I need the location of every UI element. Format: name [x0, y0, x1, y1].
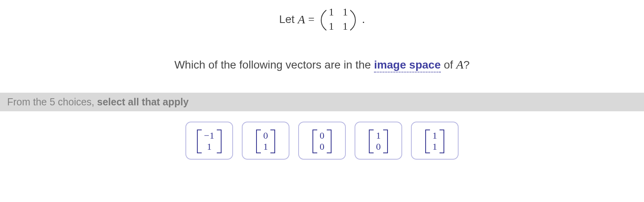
- instruction-prefix: From the 5 choices,: [7, 96, 97, 107]
- matrix-entry-1-1: 1: [343, 21, 348, 32]
- vector-4-top: 1: [376, 130, 381, 141]
- matrix-entry-1-0: 1: [329, 21, 334, 32]
- question-a-symbol: A: [456, 58, 463, 71]
- matrix-entries: 1 1 1 1: [326, 4, 350, 35]
- right-bracket-icon: [271, 130, 275, 153]
- matrix-parentheses: 1 1 1 1: [319, 4, 357, 35]
- vector-1-bot: 1: [207, 141, 212, 152]
- vector-1-top: −1: [204, 130, 215, 141]
- right-bracket-icon: [440, 130, 444, 153]
- vector-3-top: 0: [320, 130, 324, 141]
- vector-5-entries: 1 1: [429, 130, 440, 153]
- vector-5-top: 1: [432, 130, 437, 141]
- question-of: of: [441, 59, 456, 71]
- problem-statement: Let A = 1 1 1 1 . Which of the following…: [0, 0, 644, 71]
- period: .: [362, 13, 365, 26]
- let-word: Let: [279, 13, 295, 26]
- choice-button-2[interactable]: 0 1: [242, 122, 289, 160]
- matrix-definition-line: Let A = 1 1 1 1 .: [0, 4, 644, 35]
- choice-button-4[interactable]: 1 0: [355, 122, 402, 160]
- question-line: Which of the following vectors are in th…: [0, 58, 644, 71]
- choice-row: −1 1 0 1 0 0: [0, 122, 644, 160]
- matrix-entry-0-0: 1: [329, 6, 334, 18]
- term-image-space-link[interactable]: image space: [374, 59, 441, 72]
- matrix-entry-0-1: 1: [343, 6, 348, 18]
- page-root: Let A = 1 1 1 1 . Which of the following…: [0, 0, 644, 202]
- vector-5: 1 1: [425, 130, 444, 153]
- vector-2-top: 0: [263, 130, 268, 141]
- vector-3-bot: 0: [320, 141, 324, 152]
- choice-button-1[interactable]: −1 1: [185, 122, 233, 160]
- instruction-bar: From the 5 choices, select all that appl…: [0, 93, 644, 111]
- vector-2-entries: 0 1: [260, 130, 271, 153]
- left-bracket-icon: [312, 130, 316, 153]
- vector-4-bot: 0: [376, 141, 381, 152]
- right-bracket-icon: [328, 130, 332, 153]
- vector-1: −1 1: [197, 130, 222, 153]
- vector-5-bot: 1: [432, 141, 437, 152]
- vector-2-bot: 1: [263, 141, 268, 152]
- question-qmark: ?: [463, 59, 470, 71]
- choice-button-3[interactable]: 0 0: [298, 122, 346, 160]
- vector-4-entries: 1 0: [373, 130, 384, 153]
- right-paren-icon: [350, 5, 357, 34]
- vector-2: 0 1: [256, 130, 275, 153]
- matrix-symbol-a: A: [298, 13, 305, 26]
- right-bracket-icon: [384, 130, 388, 153]
- left-bracket-icon: [369, 130, 373, 153]
- vector-1-entries: −1 1: [201, 130, 218, 153]
- left-bracket-icon: [197, 130, 201, 153]
- instruction-bold: select all that apply: [97, 96, 189, 107]
- right-bracket-icon: [218, 130, 222, 153]
- vector-4: 1 0: [369, 130, 388, 153]
- left-paren-icon: [319, 5, 326, 34]
- equals-sign: =: [308, 13, 314, 26]
- left-bracket-icon: [256, 130, 260, 153]
- vector-3-entries: 0 0: [316, 130, 328, 153]
- left-bracket-icon: [425, 130, 429, 153]
- question-prefix: Which of the following vectors are in th…: [174, 59, 374, 71]
- vector-3: 0 0: [312, 130, 332, 153]
- choice-button-5[interactable]: 1 1: [411, 122, 459, 160]
